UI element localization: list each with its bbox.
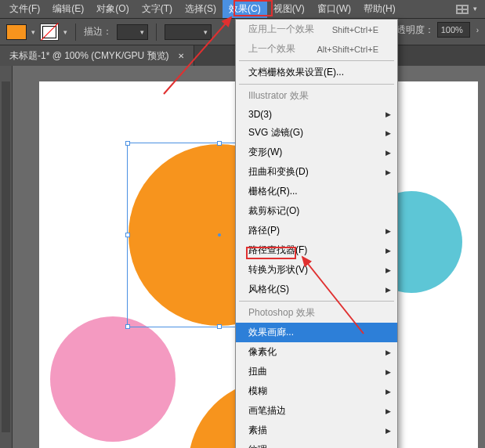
submenu-arrow-icon: ▶ — [385, 168, 391, 176]
menu-pathfinder[interactable]: 路径查找器(F)▶ — [236, 240, 397, 260]
transform-center[interactable] — [218, 233, 221, 237]
document-tab[interactable]: 未标题-1* @ 100% (CMYK/GPU 预览) ✕ — [0, 45, 194, 67]
stroke-weight-input[interactable]: ▾ — [117, 24, 148, 40]
menu-separator — [239, 301, 394, 302]
workspace-switcher-icon[interactable] — [456, 5, 469, 14]
effect-menu-dropdown: 应用上一个效果Shift+Ctrl+E 上一个效果Alt+Shift+Ctrl+… — [235, 19, 398, 448]
submenu-arrow-icon: ▶ — [385, 266, 391, 274]
brush-profile[interactable]: ▾ — [165, 24, 212, 40]
menu-workspace-icons: ▾ — [456, 5, 482, 14]
menu-object[interactable]: 对象(O) — [90, 0, 135, 18]
resize-handle[interactable] — [125, 141, 130, 146]
circle-shape-pink[interactable] — [50, 316, 176, 442]
menu-section-illustrator: Illustrator 效果 — [236, 86, 397, 106]
submenu-arrow-icon: ▶ — [385, 129, 391, 137]
menu-effect-gallery[interactable]: 效果画廊... — [236, 323, 397, 342]
menu-doc-raster-settings[interactable]: 文档栅格效果设置(E)... — [236, 63, 397, 82]
submenu-arrow-icon: ▶ — [385, 110, 391, 118]
menu-window[interactable]: 窗口(W) — [311, 0, 357, 18]
menu-sketch[interactable]: 素描▶ — [236, 421, 397, 440]
menu-path[interactable]: 路径(P)▶ — [236, 221, 397, 240]
resize-handle[interactable] — [125, 324, 130, 329]
fill-swatch[interactable] — [6, 24, 27, 40]
menu-distort-transform[interactable]: 扭曲和变换(D)▶ — [236, 162, 397, 182]
resize-handle[interactable] — [217, 324, 222, 329]
tab-title: 未标题-1* @ 100% (CMYK/GPU 预览) — [9, 50, 169, 61]
menu-select[interactable]: 选择(S) — [179, 0, 223, 18]
chevron-down-icon[interactable]: ▾ — [31, 28, 35, 36]
submenu-arrow-icon: ▶ — [385, 227, 391, 235]
submenu-arrow-icon: ▶ — [385, 407, 391, 415]
submenu-arrow-icon: ▶ — [385, 149, 391, 157]
menu-stylize[interactable]: 风格化(S)▶ — [236, 280, 397, 299]
menu-bar: 文件(F) 编辑(E) 对象(O) 文字(T) 选择(S) 效果(C) 视图(V… — [0, 0, 485, 19]
scroll-track[interactable] — [2, 81, 10, 432]
menu-separator — [239, 60, 394, 61]
resize-handle[interactable] — [217, 141, 222, 146]
menu-last-effect[interactable]: 上一个效果Alt+Shift+Ctrl+E — [236, 39, 397, 59]
menu-help[interactable]: 帮助(H) — [357, 0, 402, 18]
menu-svg-filter[interactable]: SVG 滤镜(G)▶ — [236, 123, 397, 143]
stroke-label: 描边： — [84, 25, 112, 38]
vertical-scrollbar[interactable] — [0, 66, 13, 448]
menu-type[interactable]: 文字(T) — [136, 0, 179, 18]
submenu-arrow-icon: ▶ — [385, 427, 391, 435]
submenu-arrow-icon: ▶ — [385, 286, 391, 294]
menu-rasterize[interactable]: 栅格化(R)... — [236, 182, 397, 201]
menu-warp[interactable]: 变形(W)▶ — [236, 143, 397, 162]
submenu-arrow-icon: ▶ — [385, 349, 391, 356]
menu-effect[interactable]: 效果(C) — [223, 0, 267, 18]
menu-3d[interactable]: 3D(3)▶ — [236, 106, 397, 123]
menu-blur[interactable]: 模糊▶ — [236, 381, 397, 401]
resize-handle[interactable] — [125, 233, 130, 237]
submenu-arrow-icon: ▶ — [385, 247, 391, 255]
menu-brush-strokes[interactable]: 画笔描边▶ — [236, 401, 397, 421]
menu-crop-marks[interactable]: 裁剪标记(O) — [236, 201, 397, 221]
opacity-input[interactable]: 100% — [437, 22, 470, 38]
opacity-label: 透明度： — [396, 23, 434, 37]
menu-texture[interactable]: 纹理▶ — [236, 440, 397, 448]
menu-apply-last-effect[interactable]: 应用上一个效果Shift+Ctrl+E — [236, 20, 397, 39]
menu-separator — [239, 84, 394, 85]
submenu-arrow-icon: ▶ — [385, 368, 391, 376]
submenu-arrow-icon: ▶ — [385, 388, 391, 396]
close-icon[interactable]: ✕ — [178, 52, 184, 60]
menu-section-photoshop: Photoshop 效果 — [236, 303, 397, 323]
menu-edit[interactable]: 编辑(E) — [46, 0, 90, 18]
chevron-right-icon[interactable]: › — [476, 26, 479, 34]
chevron-down-icon[interactable]: ▾ — [473, 5, 477, 14]
menu-file[interactable]: 文件(F) — [3, 0, 46, 18]
stroke-swatch[interactable] — [40, 23, 59, 41]
opacity-control: 透明度： 100% › — [396, 22, 479, 38]
menu-pixelate[interactable]: 像素化▶ — [236, 342, 397, 362]
chevron-down-icon[interactable]: ▾ — [63, 28, 67, 36]
menu-convert-shape[interactable]: 转换为形状(V)▶ — [236, 260, 397, 280]
menu-distort[interactable]: 扭曲▶ — [236, 362, 397, 381]
menu-view[interactable]: 视图(V) — [267, 0, 311, 18]
